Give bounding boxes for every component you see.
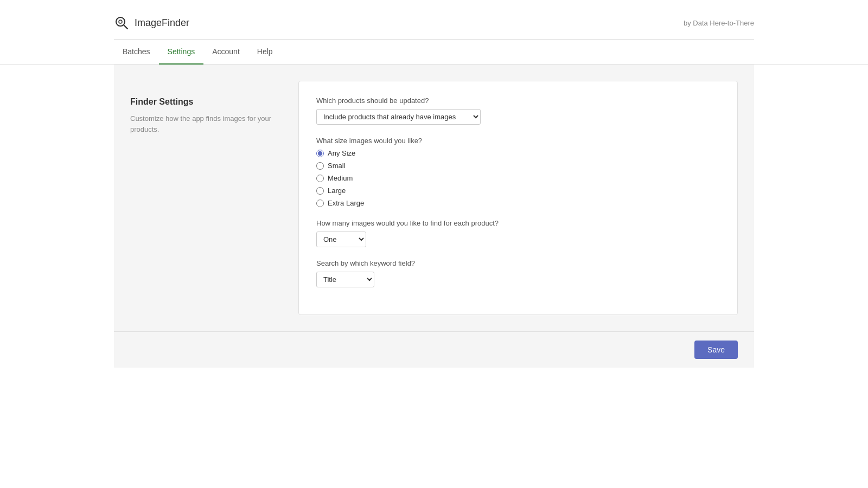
logo-icon	[114, 15, 129, 30]
size-radio-medium[interactable]: Medium	[316, 174, 720, 182]
keyword-field-group: Search by which keyword field? Title SKU…	[316, 259, 720, 287]
size-radio-group: Any Size Small Medium Large	[316, 149, 720, 207]
size-radio-medium-input[interactable]	[316, 175, 324, 182]
nav-item-help[interactable]: Help	[248, 40, 282, 65]
size-radio-any[interactable]: Any Size	[316, 149, 720, 157]
logo-area: ImageFinder	[114, 15, 189, 30]
right-panel: Which products should be updated? Includ…	[298, 81, 738, 315]
footer-area: Save	[114, 331, 754, 368]
svg-line-1	[124, 25, 128, 29]
logo-text: ImageFinder	[135, 17, 189, 29]
size-radio-small-label: Small	[328, 162, 346, 170]
svg-point-2	[119, 20, 122, 23]
size-radio-extra-large[interactable]: Extra Large	[316, 199, 720, 207]
products-field-group: Which products should be updated? Includ…	[316, 97, 720, 125]
nav-item-settings[interactable]: Settings	[159, 40, 204, 65]
keyword-select[interactable]: Title SKU Barcode	[316, 272, 374, 287]
size-radio-extra-large-label: Extra Large	[328, 199, 364, 207]
save-button[interactable]: Save	[694, 341, 738, 359]
count-field-group: How many images would you like to find f…	[316, 219, 720, 247]
nav: Batches Settings Account Help	[0, 40, 868, 65]
nav-item-account[interactable]: Account	[203, 40, 248, 65]
size-radio-any-input[interactable]	[316, 150, 324, 157]
content-area: Finder Settings Customize how the app fi…	[114, 65, 754, 331]
count-label: How many images would you like to find f…	[316, 219, 720, 227]
products-label: Which products should be updated?	[316, 97, 720, 105]
section-desc: Customize how the app finds images for y…	[130, 113, 282, 134]
size-radio-large-label: Large	[328, 187, 346, 195]
keyword-label: Search by which keyword field?	[316, 259, 720, 267]
size-label: What size images would you like?	[316, 137, 720, 145]
size-radio-small-input[interactable]	[316, 162, 324, 170]
nav-item-batches[interactable]: Batches	[114, 40, 159, 65]
products-select[interactable]: Include products that already have image…	[316, 109, 481, 125]
left-panel: Finder Settings Customize how the app fi…	[114, 81, 298, 315]
size-field-group: What size images would you like? Any Siz…	[316, 137, 720, 207]
size-radio-large-input[interactable]	[316, 187, 324, 195]
size-radio-any-label: Any Size	[328, 149, 355, 157]
size-radio-large[interactable]: Large	[316, 187, 720, 195]
size-radio-small[interactable]: Small	[316, 162, 720, 170]
count-select[interactable]: One Two Three Four Five	[316, 232, 366, 247]
by-text: by Data Here-to-There	[684, 19, 754, 27]
section-title: Finder Settings	[130, 97, 282, 107]
svg-point-0	[116, 17, 125, 26]
header: ImageFinder by Data Here-to-There	[0, 0, 868, 39]
size-radio-medium-label: Medium	[328, 174, 353, 182]
size-radio-extra-large-input[interactable]	[316, 200, 324, 207]
